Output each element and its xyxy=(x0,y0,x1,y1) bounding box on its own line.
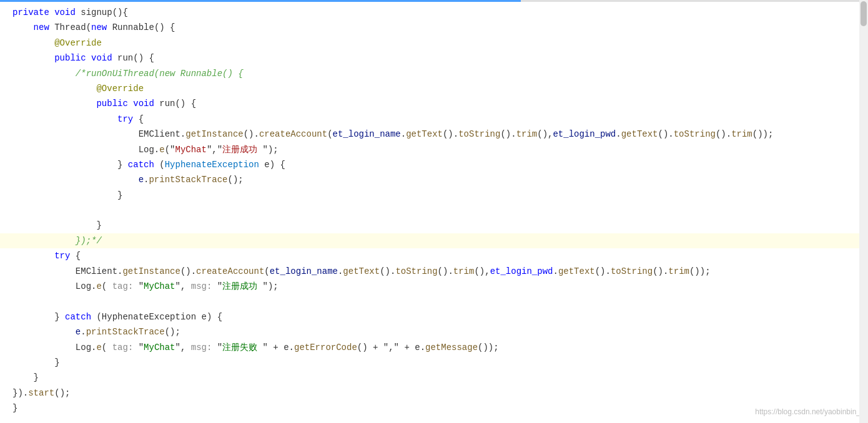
code-token: e xyxy=(159,145,164,155)
code-token: " xyxy=(217,281,222,291)
code-token: . xyxy=(154,145,159,155)
code-token: ()); xyxy=(689,266,711,276)
code-token: public xyxy=(54,53,91,63)
code-token: 注册失败 xyxy=(222,343,262,352)
code-token: getText xyxy=(621,129,658,139)
code-token: () + "," + e. xyxy=(357,343,425,352)
code-token: createAccount xyxy=(259,129,327,139)
code-token: getInstance xyxy=(122,266,180,276)
code-line: } xyxy=(0,355,868,370)
code-line: });*/ xyxy=(0,233,868,248)
code-token: catch xyxy=(128,160,159,170)
code-line: Log.e( tag: "MyChat", msg: "注册成功 "); xyxy=(0,279,868,294)
code-token: (){ xyxy=(112,7,128,17)
code-token: et_login_name xyxy=(270,266,338,276)
code-token: printStackTrace xyxy=(149,175,227,185)
code-token: ()); xyxy=(752,129,774,139)
code-token: } xyxy=(12,403,17,413)
scrollbar-thumb[interactable] xyxy=(861,1,867,26)
code-token: e) { xyxy=(202,312,223,322)
code-token: "," xyxy=(207,145,222,155)
code-token: { xyxy=(70,251,81,261)
code-token: (). xyxy=(380,266,395,276)
code-token: toString xyxy=(611,266,653,276)
code-line: try { xyxy=(0,112,868,127)
code-token: msg: xyxy=(191,343,217,352)
code-editor: private void signup(){ new Thread(new Ru… xyxy=(0,0,868,423)
code-token: MyChat xyxy=(175,145,206,155)
code-token: ()); xyxy=(478,343,499,352)
code-token: } xyxy=(96,220,101,230)
code-line: } xyxy=(0,401,868,416)
code-token: MyChat xyxy=(144,343,175,352)
code-token: trim xyxy=(453,266,475,276)
code-token: , xyxy=(180,281,191,291)
code-token: (); xyxy=(165,327,180,337)
code-token: . xyxy=(616,129,621,139)
scrollbar[interactable] xyxy=(859,0,868,423)
code-token: () { xyxy=(133,53,154,63)
code-token: getText xyxy=(406,129,443,139)
code-token: " xyxy=(139,343,144,352)
code-token: public xyxy=(96,99,133,109)
code-line: EMClient.getInstance().createAccount(et_… xyxy=(0,264,868,279)
code-token: });*/ xyxy=(76,236,102,246)
code-token: /*runOnUiThread(new Runnable() { xyxy=(76,69,244,79)
code-token: Log xyxy=(76,281,91,291)
code-line: e.printStackTrace(); xyxy=(0,172,868,187)
code-token: signup xyxy=(81,7,112,17)
code-token: start xyxy=(28,388,54,398)
code-token: e xyxy=(139,175,144,185)
code-token: (). xyxy=(180,266,196,276)
code-token: getMessage xyxy=(425,343,478,352)
code-token: HyphenateException xyxy=(165,160,265,170)
code-token: " xyxy=(139,281,144,291)
code-token: (). xyxy=(244,129,259,139)
code-token: . xyxy=(553,266,558,276)
code-token: toString xyxy=(458,129,500,139)
code-line: Log.e( tag: "MyChat", msg: "注册失败 " + e.g… xyxy=(0,340,868,355)
code-token: e) { xyxy=(264,160,285,170)
code-token: @Override xyxy=(96,84,144,94)
code-token: (" xyxy=(165,145,175,155)
code-token: (); xyxy=(227,175,243,185)
code-token: Log xyxy=(76,343,91,352)
code-token: Runnable xyxy=(112,22,154,32)
code-line: EMClient.getInstance().createAccount(et_… xyxy=(0,127,868,142)
code-token: void xyxy=(91,53,117,63)
code-token: try xyxy=(117,114,133,124)
code-token: } xyxy=(54,312,65,322)
code-line xyxy=(0,294,868,309)
code-token: ( xyxy=(102,281,112,291)
code-token: () { xyxy=(154,22,175,32)
code-token: ( xyxy=(102,343,112,352)
code-line xyxy=(0,203,868,218)
code-token: void xyxy=(133,99,159,109)
code-token: createAccount xyxy=(196,266,264,276)
code-token: et_login_pwd xyxy=(553,129,616,139)
code-token: getText xyxy=(558,266,595,276)
code-line: /*runOnUiThread(new Runnable() { xyxy=(0,66,868,81)
code-token: getErrorCode xyxy=(294,343,357,352)
code-token: 注册成功 xyxy=(222,281,262,291)
code-token: toString xyxy=(395,266,437,276)
code-line: } catch (HyphenateException e) { xyxy=(0,157,868,172)
code-token: private xyxy=(12,7,54,17)
code-token: (), xyxy=(537,129,553,139)
code-token: et_login_pwd xyxy=(490,266,553,276)
progress-bar xyxy=(0,0,868,2)
code-line: private void signup(){ xyxy=(0,5,868,20)
code-token: trim xyxy=(516,129,538,139)
code-token: run xyxy=(117,53,133,63)
code-token: } xyxy=(117,160,128,170)
code-token: catch xyxy=(65,312,96,322)
code-token: ( xyxy=(86,22,91,32)
code-token: { xyxy=(133,114,144,124)
code-line: new Thread(new Runnable() { xyxy=(0,20,868,35)
code-line: public void run() { xyxy=(0,96,868,111)
code-token: getInstance xyxy=(185,129,243,139)
code-token: . xyxy=(180,129,185,139)
code-token: () { xyxy=(175,99,196,109)
code-token: (). xyxy=(658,129,674,139)
code-token: " xyxy=(175,343,180,352)
